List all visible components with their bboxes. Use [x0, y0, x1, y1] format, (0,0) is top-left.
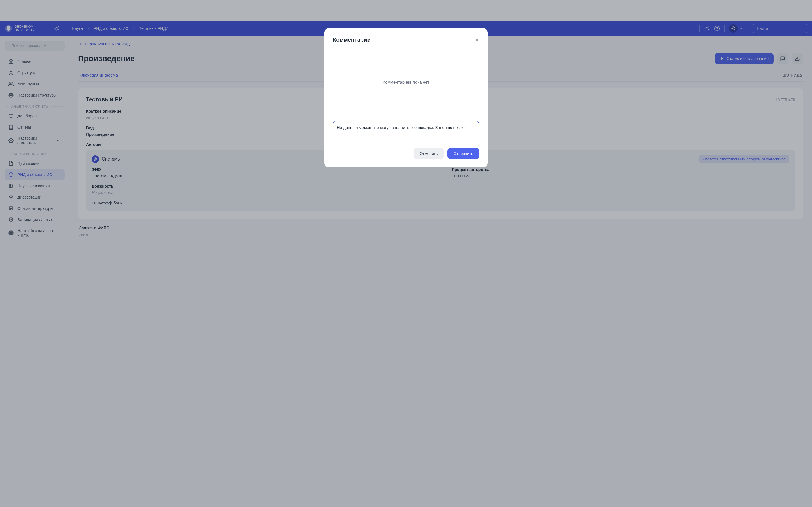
modal-title: Комментарии	[333, 37, 371, 43]
cancel-button[interactable]: Отменить	[414, 148, 444, 159]
empty-state: Комментариев пока нет	[333, 49, 479, 121]
modal-overlay[interactable]: Комментарии Комментариев пока нет Отмени…	[0, 0, 812, 507]
close-icon[interactable]	[474, 38, 479, 43]
comment-textarea[interactable]	[333, 121, 479, 140]
comments-modal: Комментарии Комментариев пока нет Отмени…	[324, 28, 488, 167]
submit-button[interactable]: Отправить	[448, 148, 479, 159]
